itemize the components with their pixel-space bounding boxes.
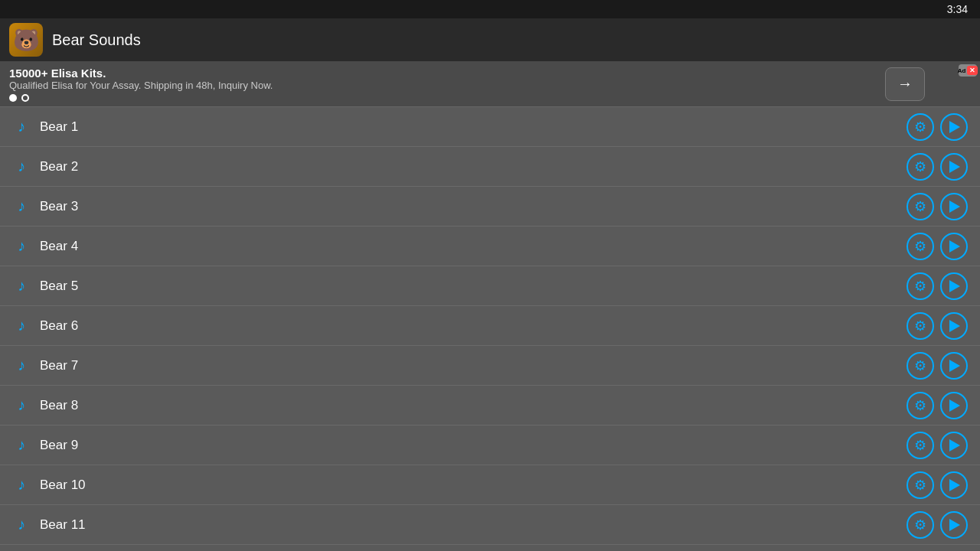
ad-subtitle: Qualified Elisa for Your Assay. Shipping… <box>9 80 885 91</box>
play-button[interactable] <box>940 392 968 419</box>
gear-icon: ⚙ <box>914 318 926 334</box>
play-button[interactable] <box>940 471 968 499</box>
sound-actions: ⚙ <box>906 272 968 300</box>
play-button[interactable] <box>940 432 968 459</box>
settings-button[interactable]: ⚙ <box>906 392 934 419</box>
gear-icon: ⚙ <box>914 158 926 175</box>
music-note-icon: ♪ <box>12 516 31 533</box>
play-button[interactable] <box>940 272 968 300</box>
status-bar: 3:34 <box>0 0 980 18</box>
clock: 3:34 <box>947 3 968 15</box>
play-button[interactable] <box>940 113 968 141</box>
music-note-icon: ♪ <box>12 158 31 175</box>
ad-dot-1 <box>9 94 17 102</box>
settings-button[interactable]: ⚙ <box>906 153 934 181</box>
music-note-icon: ♪ <box>12 436 31 454</box>
sound-name: Bear 8 <box>40 398 897 413</box>
sound-name: Bear 4 <box>40 239 897 254</box>
sound-name: Bear 3 <box>40 199 897 214</box>
play-button[interactable] <box>940 312 968 340</box>
ad-title: 15000+ Elisa Kits. <box>9 67 885 80</box>
sound-actions: ⚙ <box>906 511 968 539</box>
ad-dot-2 <box>21 94 29 102</box>
ad-x-icon: ✕ <box>967 66 978 75</box>
sound-actions: ⚙ <box>906 193 968 220</box>
play-icon <box>949 320 960 332</box>
play-icon <box>949 360 960 372</box>
music-note-icon: ♪ <box>12 476 31 494</box>
play-icon <box>949 439 960 452</box>
sound-actions: ⚙ <box>906 432 968 459</box>
sound-list: ♪ Bear 1 ⚙ ♪ Bear 2 ⚙ ♪ <box>0 107 980 551</box>
ad-dots <box>9 94 885 102</box>
ad-banner: 15000+ Elisa Kits. Qualified Elisa for Y… <box>0 61 980 107</box>
play-button[interactable] <box>940 352 968 380</box>
sound-row[interactable]: ♪ Bear 7 ⚙ <box>0 346 980 386</box>
sound-name: Bear 2 <box>40 159 897 174</box>
sound-actions: ⚙ <box>906 471 968 499</box>
app-header: 🐻 Bear Sounds <box>0 18 980 61</box>
play-icon <box>949 519 960 531</box>
play-icon <box>949 240 960 253</box>
sound-actions: ⚙ <box>906 153 968 181</box>
settings-button[interactable]: ⚙ <box>906 432 934 459</box>
music-note-icon: ♪ <box>12 317 31 334</box>
play-button[interactable] <box>940 193 968 220</box>
sound-row[interactable]: ♪ Bear 3 ⚙ <box>0 187 980 227</box>
sound-row[interactable]: ♪ Bear 11 ⚙ <box>0 505 980 545</box>
sound-name: Bear 9 <box>40 438 897 453</box>
settings-button[interactable]: ⚙ <box>906 511 934 539</box>
gear-icon: ⚙ <box>914 357 926 374</box>
sound-actions: ⚙ <box>906 312 968 340</box>
settings-button[interactable]: ⚙ <box>906 233 934 260</box>
app-title: Bear Sounds <box>52 31 971 49</box>
sound-row[interactable]: ♪ Bear 8 ⚙ <box>0 386 980 425</box>
ad-arrow-button[interactable]: → <box>885 67 925 101</box>
gear-icon: ⚙ <box>914 119 926 135</box>
gear-icon: ⚙ <box>914 198 926 215</box>
bear-emoji: 🐻 <box>13 28 40 53</box>
play-icon <box>949 121 960 133</box>
play-button[interactable] <box>940 153 968 181</box>
sound-actions: ⚙ <box>906 352 968 380</box>
play-icon <box>949 201 960 213</box>
play-button[interactable] <box>940 233 968 260</box>
sound-row[interactable]: ♪ Bear 1 ⚙ <box>0 107 980 147</box>
settings-button[interactable]: ⚙ <box>906 471 934 499</box>
sound-row[interactable]: ♪ Bear 12 ⚙ <box>0 545 980 551</box>
sound-row[interactable]: ♪ Bear 9 ⚙ <box>0 425 980 465</box>
play-button[interactable] <box>940 511 968 539</box>
sound-name: Bear 11 <box>40 517 897 533</box>
settings-button[interactable]: ⚙ <box>906 352 934 380</box>
music-note-icon: ♪ <box>12 237 31 255</box>
play-icon <box>949 280 960 292</box>
ad-close-button[interactable]: Ad ✕ <box>959 64 977 77</box>
gear-icon: ⚙ <box>914 437 926 454</box>
sound-actions: ⚙ <box>906 113 968 141</box>
sound-row[interactable]: ♪ Bear 6 ⚙ <box>0 306 980 346</box>
settings-button[interactable]: ⚙ <box>906 193 934 220</box>
music-note-icon: ♪ <box>12 118 31 135</box>
music-note-icon: ♪ <box>12 277 31 295</box>
sound-row[interactable]: ♪ Bear 2 ⚙ <box>0 147 980 187</box>
ad-content: 15000+ Elisa Kits. Qualified Elisa for Y… <box>9 67 885 102</box>
sound-row[interactable]: ♪ Bear 4 ⚙ <box>0 227 980 266</box>
sound-name: Bear 6 <box>40 318 897 334</box>
ad-label: Ad <box>958 67 966 74</box>
sound-actions: ⚙ <box>906 233 968 260</box>
sound-name: Bear 7 <box>40 358 897 373</box>
gear-icon: ⚙ <box>914 238 926 255</box>
gear-icon: ⚙ <box>914 278 926 295</box>
sound-row[interactable]: ♪ Bear 10 ⚙ <box>0 465 980 505</box>
gear-icon: ⚙ <box>914 397 926 414</box>
music-note-icon: ♪ <box>12 357 31 374</box>
sound-row[interactable]: ♪ Bear 5 ⚙ <box>0 266 980 306</box>
sound-actions: ⚙ <box>906 392 968 419</box>
sound-name: Bear 1 <box>40 119 897 135</box>
play-icon <box>949 479 960 491</box>
settings-button[interactable]: ⚙ <box>906 312 934 340</box>
gear-icon: ⚙ <box>914 517 926 533</box>
settings-button[interactable]: ⚙ <box>906 272 934 300</box>
ad-arrow-icon: → <box>897 75 913 93</box>
settings-button[interactable]: ⚙ <box>906 113 934 141</box>
